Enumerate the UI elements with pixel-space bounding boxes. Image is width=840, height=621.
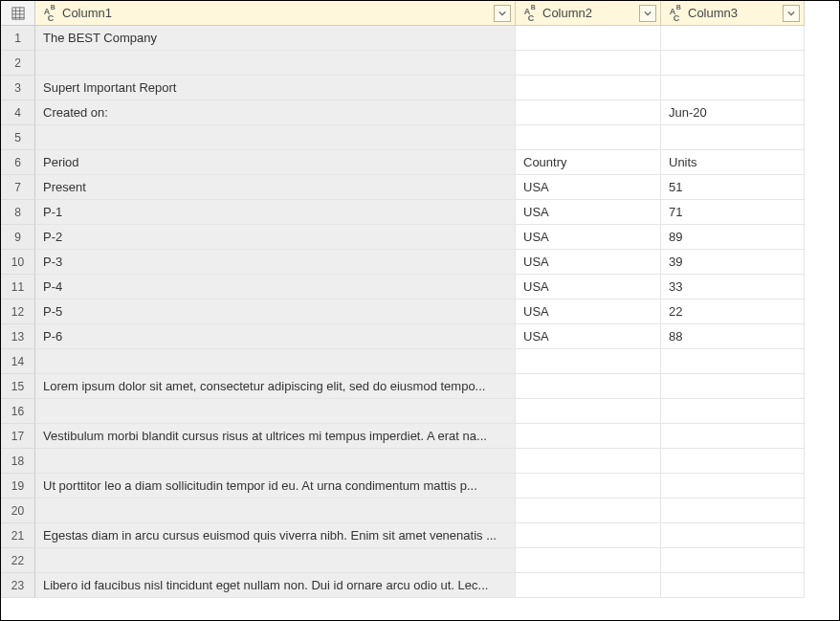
data-cell[interactable] [516,374,661,399]
data-cell[interactable]: USA [516,299,661,324]
row-header[interactable]: 22 [1,548,35,573]
data-cell[interactable] [661,573,805,598]
row-header[interactable]: 18 [1,449,35,474]
row-header[interactable]: 11 [1,275,35,299]
data-cell[interactable] [35,349,516,374]
column-header[interactable]: ABCColumn1 [35,1,516,26]
data-cell[interactable] [516,349,661,374]
row-header[interactable]: 10 [1,250,35,275]
data-cell[interactable] [35,399,516,424]
row-header[interactable]: 14 [1,349,35,374]
data-cell[interactable]: 89 [661,225,805,250]
data-cell[interactable]: Supert Important Report [35,76,516,100]
column-header[interactable]: ABCColumn3 [661,1,805,26]
data-cell[interactable] [516,399,661,424]
data-cell[interactable]: Units [661,150,805,175]
data-cell[interactable] [661,125,805,150]
data-cell[interactable] [661,499,805,523]
data-cell[interactable]: USA [516,324,661,349]
data-cell[interactable] [35,449,516,474]
select-all-corner[interactable] [1,1,35,26]
data-cell[interactable] [35,499,516,523]
column-filter-dropdown[interactable] [494,5,511,22]
datatype-text-icon[interactable]: ABC [667,5,684,22]
data-cell[interactable]: P-1 [35,200,516,225]
row-header[interactable]: 23 [1,573,35,598]
data-cell[interactable]: Ut porttitor leo a diam sollicitudin tem… [35,474,516,499]
data-cell[interactable] [661,51,805,76]
data-cell[interactable] [516,26,661,51]
data-cell[interactable] [516,51,661,76]
data-cell[interactable]: P-6 [35,324,516,349]
row-header[interactable]: 20 [1,499,35,523]
row-header[interactable]: 17 [1,424,35,449]
row-header[interactable]: 9 [1,225,35,250]
data-cell[interactable]: Period [35,150,516,175]
data-cell[interactable] [661,26,805,51]
data-cell[interactable] [35,51,516,76]
datatype-text-icon[interactable]: ABC [521,5,539,22]
data-cell[interactable]: 71 [661,200,805,225]
data-cell[interactable]: 88 [661,324,805,349]
data-cell[interactable] [516,499,661,523]
data-cell[interactable]: Country [516,150,661,175]
data-cell[interactable]: Vestibulum morbi blandit cursus risus at… [35,424,516,449]
row-header[interactable]: 7 [1,175,35,200]
data-cell[interactable] [661,449,805,474]
data-cell[interactable]: P-2 [35,225,516,250]
row-header[interactable]: 6 [1,150,35,175]
data-cell[interactable]: P-3 [35,250,516,275]
data-cell[interactable]: USA [516,225,661,250]
data-cell[interactable]: Present [35,175,516,200]
data-cell[interactable]: P-5 [35,299,516,324]
column-header[interactable]: ABCColumn2 [516,1,661,26]
row-header[interactable]: 2 [1,51,35,76]
data-cell[interactable]: USA [516,275,661,299]
data-cell[interactable]: 51 [661,175,805,200]
data-cell[interactable] [661,399,805,424]
row-header[interactable]: 16 [1,399,35,424]
data-cell[interactable] [661,374,805,399]
data-cell[interactable]: Libero id faucibus nisl tincidunt eget n… [35,573,516,598]
data-cell[interactable] [516,76,661,100]
data-cell[interactable] [516,474,661,499]
data-cell[interactable]: 33 [661,275,805,299]
data-cell[interactable]: 22 [661,299,805,324]
data-cell[interactable] [35,125,516,150]
row-header[interactable]: 13 [1,324,35,349]
row-header[interactable]: 8 [1,200,35,225]
column-filter-dropdown[interactable] [783,5,800,22]
data-cell[interactable]: P-4 [35,275,516,299]
data-cell[interactable]: Egestas diam in arcu cursus euismod quis… [35,523,516,548]
data-cell[interactable]: Created on: [35,100,516,125]
data-cell[interactable] [516,449,661,474]
row-header[interactable]: 21 [1,523,35,548]
data-cell[interactable] [516,573,661,598]
row-header[interactable]: 4 [1,100,35,125]
data-cell[interactable] [661,548,805,573]
data-cell[interactable] [35,548,516,573]
data-cell[interactable] [661,424,805,449]
data-cell[interactable]: USA [516,175,661,200]
data-cell[interactable]: Lorem ipsum dolor sit amet, consectetur … [35,374,516,399]
row-header[interactable]: 15 [1,374,35,399]
data-cell[interactable] [516,424,661,449]
column-filter-dropdown[interactable] [639,5,656,22]
data-cell[interactable]: USA [516,250,661,275]
data-cell[interactable]: 39 [661,250,805,275]
data-cell[interactable] [516,100,661,125]
data-cell[interactable]: The BEST Company [35,26,516,51]
data-cell[interactable] [516,523,661,548]
row-header[interactable]: 12 [1,299,35,324]
row-header[interactable]: 1 [1,26,35,51]
row-header[interactable]: 19 [1,474,35,499]
data-cell[interactable] [661,76,805,100]
data-cell[interactable] [661,349,805,374]
datatype-text-icon[interactable]: ABC [41,5,58,22]
data-cell[interactable]: USA [516,200,661,225]
data-cell[interactable] [516,125,661,150]
row-header[interactable]: 5 [1,125,35,150]
data-cell[interactable] [661,474,805,499]
data-cell[interactable]: Jun-20 [661,100,805,125]
row-header[interactable]: 3 [1,76,35,100]
